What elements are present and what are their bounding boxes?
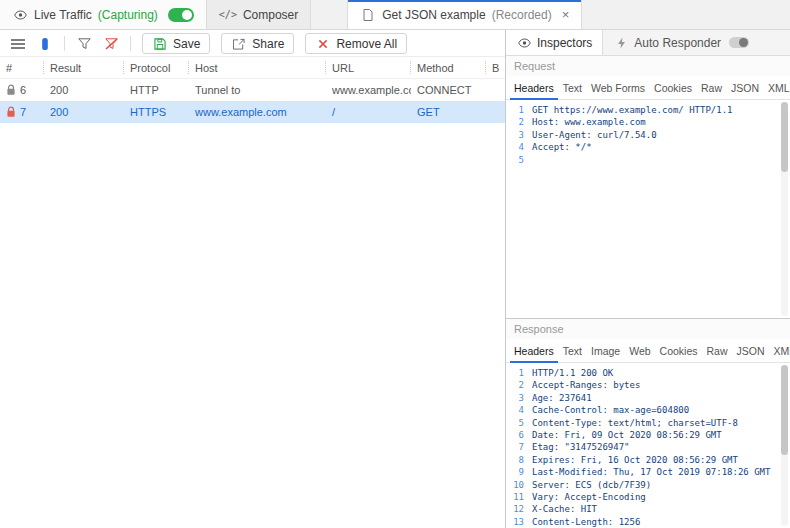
line-text: Host: www.example.com — [532, 116, 646, 128]
request-tab-web-forms[interactable]: Web Forms — [587, 77, 649, 99]
line-number: 9 — [506, 466, 532, 478]
tab-auto-responder[interactable]: Auto Responder — [603, 30, 759, 55]
save-button-label: Save — [173, 37, 200, 51]
response-scrollbar-thumb[interactable] — [781, 365, 788, 455]
share-button[interactable]: Share — [221, 33, 294, 54]
filter-icon[interactable] — [76, 36, 92, 52]
column-header-num[interactable]: # — [0, 61, 44, 74]
remove-all-button-label: Remove All — [336, 37, 397, 51]
lock-icon — [6, 84, 16, 96]
close-icon[interactable]: × — [562, 8, 570, 21]
request-tab-xml[interactable]: XML — [764, 77, 790, 99]
document-icon — [360, 7, 376, 23]
tab-live-traffic[interactable]: Live Traffic (Capturing) — [0, 0, 207, 29]
column-header-result[interactable]: Result — [44, 61, 124, 74]
request-tab-text[interactable]: Text — [559, 77, 586, 99]
line-text: Vary: Accept-Encoding — [532, 491, 646, 503]
save-button[interactable]: Save — [142, 33, 210, 54]
column-header-body[interactable]: B — [486, 61, 505, 74]
response-scrollbar[interactable] — [781, 365, 788, 526]
row-number: 6 — [20, 84, 26, 96]
line-number: 4 — [506, 141, 532, 153]
auto-responder-toggle[interactable] — [729, 37, 749, 48]
code-line: 9Last-Modified: Thu, 17 Oct 2019 07:18:2… — [506, 466, 776, 478]
column-header-method[interactable]: Method — [411, 61, 486, 74]
line-text: Content-Length: 1256 — [532, 516, 640, 528]
line-text: Accept-Ranges: bytes — [532, 379, 640, 391]
line-number: 10 — [506, 479, 532, 491]
line-text: Etag: "3147526947" — [532, 441, 630, 453]
share-button-label: Share — [252, 37, 284, 51]
line-text: Age: 237641 — [532, 392, 592, 404]
request-tab-cookies[interactable]: Cookies — [650, 77, 696, 99]
response-tab-headers[interactable]: Headers — [510, 340, 558, 363]
tab-inspectors-label: Inspectors — [537, 36, 592, 50]
request-tab-headers[interactable]: Headers — [510, 77, 558, 100]
line-number: 12 — [506, 503, 532, 515]
response-tab-raw[interactable]: Raw — [703, 340, 732, 362]
request-tab-raw[interactable]: Raw — [697, 77, 726, 99]
column-header-host[interactable]: Host — [189, 61, 326, 74]
tab-composer[interactable]: </> Composer — [207, 0, 311, 29]
request-scrollbar[interactable] — [781, 102, 788, 316]
row-num-cell: 7 — [0, 106, 44, 118]
result-cell: 200 — [44, 106, 124, 118]
request-label: Request — [506, 56, 790, 76]
save-icon — [152, 36, 168, 52]
response-tab-json[interactable]: JSON — [733, 340, 769, 362]
line-text: X-Cache: HIT — [532, 503, 597, 515]
response-inspector-tabs: HeadersTextImageWebCookiesRawJSONXML — [506, 339, 790, 363]
line-text: HTTP/1.1 200 OK — [532, 367, 613, 379]
code-line: 10Server: ECS (dcb/7F39) — [506, 479, 776, 491]
filter-off-icon[interactable] — [103, 36, 119, 52]
request-tab-json[interactable]: JSON — [727, 77, 763, 99]
line-number: 11 — [506, 491, 532, 503]
code-line: 6Date: Fri, 09 Oct 2020 08:56:29 GMT — [506, 429, 776, 441]
response-tab-image[interactable]: Image — [587, 340, 624, 362]
line-text: Cache-Control: max-age=604800 — [532, 404, 689, 416]
url-cell: www.example.co... — [326, 84, 411, 96]
line-number: 3 — [506, 392, 532, 404]
column-header-protocol[interactable]: Protocol — [124, 61, 189, 74]
response-tab-xml[interactable]: XML — [770, 340, 790, 362]
line-text: Last-Modified: Thu, 17 Oct 2019 07:18:26… — [532, 466, 770, 478]
inspector-panel: Inspectors Auto Responder Request Header… — [505, 30, 790, 528]
response-tab-cookies[interactable]: Cookies — [656, 340, 702, 362]
request-inspector-tabs: HeadersTextWeb FormsCookiesRawJSONXML — [506, 76, 790, 100]
column-header-url[interactable]: URL — [326, 61, 411, 74]
session-row[interactable]: 7200HTTPSwww.example.com/GET — [0, 101, 505, 123]
host-cell: www.example.com — [189, 106, 326, 118]
remove-all-button[interactable]: Remove All — [305, 33, 407, 54]
response-tab-text[interactable]: Text — [559, 340, 586, 362]
line-text: Expires: Fri, 16 Oct 2020 08:56:29 GMT — [532, 454, 738, 466]
url-cell: / — [326, 106, 411, 118]
session-row[interactable]: 6200HTTPTunnel towww.example.co...CONNEC… — [0, 79, 505, 101]
line-text: Date: Fri, 09 Oct 2020 08:56:29 GMT — [532, 429, 722, 441]
code-line: 12X-Cache: HIT — [506, 503, 776, 515]
line-number: 13 — [506, 516, 532, 528]
code-line: 1HTTP/1.1 200 OK — [506, 367, 776, 379]
request-headers-view: 1GET https://www.example.com/ HTTP/1.12H… — [506, 100, 790, 318]
menu-icon[interactable] — [10, 36, 26, 52]
response-code: 1HTTP/1.1 200 OK2Accept-Ranges: bytes3Ag… — [506, 367, 776, 528]
tab-inspectors[interactable]: Inspectors — [506, 30, 603, 55]
method-cell: CONNECT — [411, 84, 486, 96]
request-scrollbar-thumb[interactable] — [781, 102, 788, 172]
result-cell: 200 — [44, 84, 124, 96]
row-number: 7 — [20, 106, 26, 118]
line-number: 5 — [506, 154, 532, 166]
tab-live-traffic-label: Live Traffic — [34, 8, 92, 22]
line-text: Content-Type: text/html; charset=UTF-8 — [532, 417, 738, 429]
traffic-toolbar: Save Share Remove All — [0, 31, 505, 57]
line-number: 1 — [506, 104, 532, 116]
code-line: 3Age: 237641 — [506, 392, 776, 404]
response-tab-web[interactable]: Web — [625, 340, 654, 362]
tab-session[interactable]: Get JSON example (Recorded) × — [347, 0, 582, 29]
lock-icon — [6, 106, 16, 118]
code-line: 2Host: www.example.com — [506, 116, 776, 128]
lightning-icon — [613, 35, 629, 51]
marker-icon[interactable] — [37, 36, 53, 52]
capturing-toggle[interactable] — [168, 8, 194, 22]
code-line: 8Expires: Fri, 16 Oct 2020 08:56:29 GMT — [506, 454, 776, 466]
protocol-cell: HTTPS — [124, 106, 189, 118]
